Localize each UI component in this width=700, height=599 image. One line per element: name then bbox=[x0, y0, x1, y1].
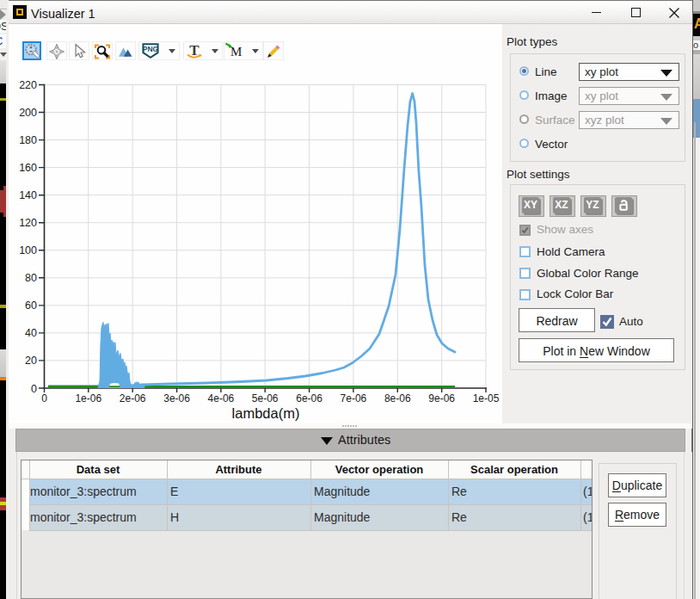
svg-text:160: 160 bbox=[19, 162, 37, 174]
svg-text:220: 220 bbox=[19, 79, 37, 91]
svg-text:6e-06: 6e-06 bbox=[296, 392, 322, 404]
svg-text:0: 0 bbox=[31, 383, 37, 395]
svg-text:4e-06: 4e-06 bbox=[208, 392, 235, 404]
svg-text:60: 60 bbox=[25, 300, 37, 312]
svg-text:8e-06: 8e-06 bbox=[384, 392, 411, 404]
svg-text:200: 200 bbox=[19, 107, 37, 119]
svg-text:20: 20 bbox=[25, 355, 37, 367]
svg-text:140: 140 bbox=[19, 189, 37, 201]
svg-text:7e-06: 7e-06 bbox=[341, 392, 367, 404]
svg-text:9e-06: 9e-06 bbox=[428, 392, 455, 404]
svg-text:lambda(m): lambda(m) bbox=[232, 405, 300, 421]
svg-text:1e-05: 1e-05 bbox=[473, 392, 500, 404]
svg-text:0: 0 bbox=[41, 392, 47, 404]
svg-text:1e-06: 1e-06 bbox=[75, 392, 101, 404]
svg-text:2e-06: 2e-06 bbox=[120, 392, 146, 404]
svg-text:80: 80 bbox=[25, 272, 37, 284]
svg-text:120: 120 bbox=[19, 217, 37, 229]
svg-text:100: 100 bbox=[19, 244, 37, 256]
svg-text:40: 40 bbox=[25, 327, 37, 339]
svg-text:3e-06: 3e-06 bbox=[163, 392, 190, 404]
svg-text:5e-06: 5e-06 bbox=[252, 392, 279, 404]
svg-text:180: 180 bbox=[19, 134, 37, 146]
